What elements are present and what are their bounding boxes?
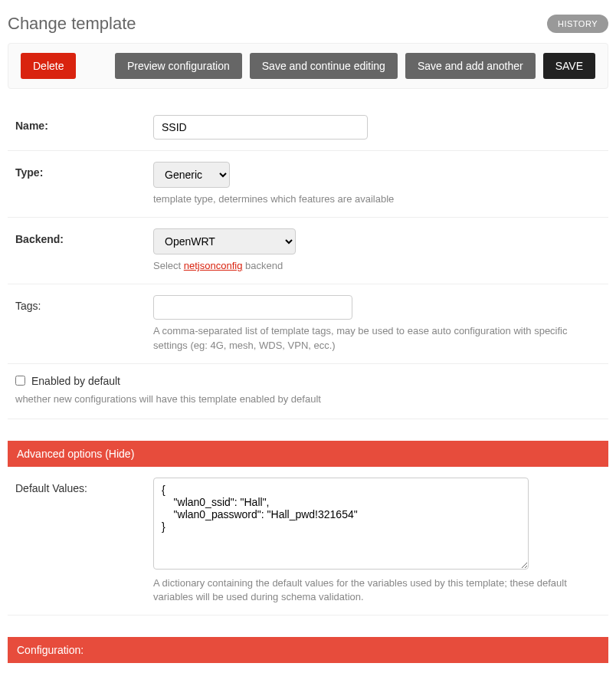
save-continue-button[interactable]: Save and continue editing (250, 53, 398, 79)
save-button[interactable]: SAVE (543, 53, 595, 79)
default-values-help: A dictionary containing the default valu… (153, 576, 601, 604)
history-button[interactable]: HISTORY (547, 15, 608, 33)
advanced-options-header: Advanced options (Hide) (8, 441, 608, 467)
tags-label: Tags: (15, 295, 153, 312)
netjsonconfig-link[interactable]: netjsonconfig (184, 260, 243, 271)
default-values-label: Default Values: (15, 478, 153, 494)
tags-input[interactable] (153, 295, 352, 320)
enabled-default-help: whether new configurations will have thi… (8, 390, 608, 419)
configuration-header: Configuration: (8, 637, 608, 663)
save-add-another-button[interactable]: Save and add another (405, 53, 536, 79)
advanced-hide-toggle[interactable]: (Hide) (105, 448, 134, 460)
backend-select[interactable]: OpenWRT (153, 228, 296, 254)
default-values-textarea[interactable] (153, 478, 529, 570)
type-help: template type, determines which features… (153, 192, 601, 206)
backend-label: Backend: (15, 228, 153, 245)
preview-config-button[interactable]: Preview configuration (115, 53, 242, 79)
type-label: Type: (15, 162, 153, 179)
enabled-default-checkbox[interactable] (15, 376, 25, 386)
delete-button[interactable]: Delete (21, 53, 76, 79)
name-input[interactable] (153, 115, 368, 140)
backend-help: Select netjsonconfig backend (153, 259, 601, 273)
type-select[interactable]: Generic (153, 162, 230, 188)
tags-help: A comma-separated list of template tags,… (153, 324, 601, 352)
enabled-default-label[interactable]: Enabled by default (15, 375, 601, 387)
action-bar: Delete Preview configuration Save and co… (8, 43, 608, 89)
page-title: Change template (8, 14, 136, 34)
name-label: Name: (15, 115, 153, 132)
